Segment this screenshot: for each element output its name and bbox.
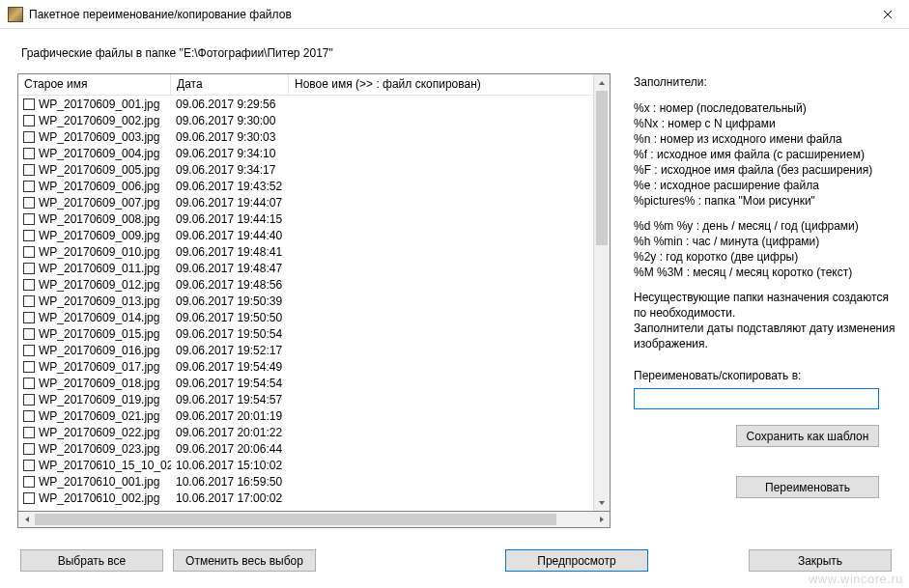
row-checkbox[interactable]	[23, 197, 35, 209]
row-checkbox[interactable]	[23, 361, 35, 373]
row-checkbox[interactable]	[23, 181, 35, 192]
row-checkbox[interactable]	[23, 394, 35, 406]
cell-old-name: WP_20170609_006.jpg	[18, 180, 171, 193]
scroll-up-icon[interactable]	[594, 74, 610, 91]
table-row[interactable]: WP_20170609_002.jpg09.06.2017 9:30:00	[18, 112, 593, 128]
row-checkbox[interactable]	[23, 427, 35, 438]
row-checkbox[interactable]	[23, 115, 35, 126]
table-row[interactable]: WP_20170610_002.jpg10.06.2017 17:00:02	[18, 490, 593, 506]
row-checkbox[interactable]	[23, 312, 35, 323]
scroll-down-icon[interactable]	[594, 494, 610, 511]
cell-date: 10.06.2017 16:59:50	[171, 475, 289, 489]
cell-old-name: WP_20170610_001.jpg	[18, 475, 171, 489]
row-checkbox[interactable]	[23, 378, 35, 389]
table-row[interactable]: WP_20170609_016.jpg09.06.2017 19:52:17	[18, 342, 593, 358]
scroll-left-icon[interactable]	[18, 512, 35, 527]
cell-old-name: WP_20170609_021.jpg	[18, 409, 171, 423]
rename-input[interactable]	[634, 388, 879, 409]
row-checkbox[interactable]	[23, 492, 35, 504]
row-checkbox[interactable]	[23, 246, 35, 258]
row-checkbox[interactable]	[23, 98, 35, 110]
filename-label: WP_20170609_007.jpg	[39, 196, 159, 210]
cell-old-name: WP_20170609_009.jpg	[18, 229, 171, 242]
cell-old-name: WP_20170609_016.jpg	[18, 344, 171, 357]
rename-label: Переименовать/скопировать в:	[634, 369, 883, 382]
select-all-button[interactable]: Выбрать все	[20, 549, 163, 572]
table-row[interactable]: WP_20170609_013.jpg09.06.2017 19:50:39	[18, 293, 593, 309]
row-checkbox[interactable]	[23, 345, 35, 356]
table-row[interactable]: WP_20170609_006.jpg09.06.2017 19:43:52	[18, 178, 593, 194]
cell-date: 09.06.2017 19:52:17	[171, 344, 289, 357]
watermark: www.wincore.ru	[809, 572, 903, 586]
table-row[interactable]: WP_20170609_001.jpg09.06.2017 9:29:56	[18, 96, 593, 112]
table-row[interactable]: WP_20170609_004.jpg09.06.2017 9:34:10	[18, 145, 593, 161]
row-checkbox[interactable]	[23, 148, 35, 159]
table-row[interactable]: WP_20170609_003.jpg09.06.2017 9:30:03	[18, 128, 593, 145]
table-row[interactable]: WP_20170609_015.jpg09.06.2017 19:50:54	[18, 325, 593, 342]
row-checkbox[interactable]	[23, 443, 35, 455]
cell-old-name: WP_20170609_011.jpg	[18, 262, 171, 275]
row-checkbox[interactable]	[23, 460, 35, 471]
table-row[interactable]: WP_20170609_017.jpg09.06.2017 19:54:49	[18, 358, 593, 375]
filename-label: WP_20170609_001.jpg	[39, 98, 159, 111]
cell-old-name: WP_20170610_002.jpg	[18, 491, 171, 505]
cell-date: 09.06.2017 19:48:47	[171, 262, 289, 275]
table-row[interactable]: WP_20170609_019.jpg09.06.2017 19:54:57	[18, 391, 593, 407]
cell-old-name: WP_20170609_012.jpg	[18, 278, 171, 292]
row-checkbox[interactable]	[23, 328, 35, 340]
cell-date: 09.06.2017 19:44:15	[171, 212, 289, 226]
table-row[interactable]: WP_20170609_022.jpg09.06.2017 20:01:22	[18, 424, 593, 440]
deselect-all-button[interactable]: Отменить весь выбор	[173, 549, 316, 572]
folder-path-label: Графические файлы в папке "E:\Фотографии…	[21, 46, 892, 60]
row-checkbox[interactable]	[23, 295, 35, 307]
cell-old-name: WP_20170609_014.jpg	[18, 311, 171, 324]
cell-date: 09.06.2017 20:06:44	[171, 442, 289, 456]
cell-date: 09.06.2017 19:43:52	[171, 180, 289, 193]
horizontal-scrollbar[interactable]	[17, 512, 611, 528]
filename-label: WP_20170609_010.jpg	[39, 245, 159, 259]
table-row[interactable]: WP_20170609_007.jpg09.06.2017 19:44:07	[18, 194, 593, 210]
table-row[interactable]: WP_20170609_009.jpg09.06.2017 19:44:40	[18, 227, 593, 243]
close-button[interactable]: Закрыть	[749, 549, 892, 572]
table-row[interactable]: WP_20170609_010.jpg09.06.2017 19:48:41	[18, 243, 593, 260]
table-row[interactable]: WP_20170610_15_10_02...10.06.2017 15:10:…	[18, 457, 593, 473]
column-new-name[interactable]: Новое имя (>> : файл скопирован)	[289, 74, 593, 95]
preview-button[interactable]: Предпросмотр	[505, 549, 648, 572]
row-checkbox[interactable]	[23, 213, 35, 225]
cell-date: 09.06.2017 20:01:19	[171, 409, 289, 423]
placeholder-line: %pictures% : папка "Мои рисунки"	[634, 193, 883, 209]
filename-label: WP_20170610_001.jpg	[39, 475, 159, 489]
hscroll-thumb[interactable]	[35, 514, 556, 525]
row-checkbox[interactable]	[23, 279, 35, 291]
vertical-scrollbar[interactable]	[593, 74, 610, 511]
scroll-right-icon[interactable]	[593, 512, 610, 527]
table-row[interactable]: WP_20170609_005.jpg09.06.2017 9:34:17	[18, 161, 593, 178]
filename-label: WP_20170609_005.jpg	[39, 163, 159, 177]
rename-button[interactable]: Переименовать	[736, 476, 879, 498]
table-row[interactable]: WP_20170609_018.jpg09.06.2017 19:54:54	[18, 375, 593, 391]
placeholder-line: %d %m %y : день / месяц / год (цифрами)	[634, 218, 883, 234]
cell-date: 09.06.2017 19:54:57	[171, 393, 289, 406]
row-checkbox[interactable]	[23, 410, 35, 422]
table-row[interactable]: WP_20170610_001.jpg10.06.2017 16:59:50	[18, 473, 593, 490]
table-row[interactable]: WP_20170609_023.jpg09.06.2017 20:06:44	[18, 440, 593, 457]
filename-label: WP_20170609_014.jpg	[39, 311, 159, 324]
cell-date: 09.06.2017 9:29:56	[171, 98, 289, 111]
placeholder-line: %x : номер (последовательный)	[634, 100, 883, 116]
cell-old-name: WP_20170609_004.jpg	[18, 147, 171, 160]
table-row[interactable]: WP_20170609_012.jpg09.06.2017 19:48:56	[18, 276, 593, 293]
row-checkbox[interactable]	[23, 230, 35, 241]
row-checkbox[interactable]	[23, 164, 35, 176]
save-template-button[interactable]: Сохранить как шаблон	[736, 425, 879, 447]
close-icon[interactable]	[866, 0, 909, 28]
scroll-thumb[interactable]	[596, 91, 608, 245]
table-row[interactable]: WP_20170609_014.jpg09.06.2017 19:50:50	[18, 309, 593, 325]
row-checkbox[interactable]	[23, 131, 35, 143]
table-row[interactable]: WP_20170609_011.jpg09.06.2017 19:48:47	[18, 260, 593, 276]
table-row[interactable]: WP_20170609_021.jpg09.06.2017 20:01:19	[18, 407, 593, 424]
row-checkbox[interactable]	[23, 263, 35, 274]
column-date[interactable]: Дата	[171, 74, 289, 95]
column-old-name[interactable]: Старое имя	[18, 74, 171, 95]
table-row[interactable]: WP_20170609_008.jpg09.06.2017 19:44:15	[18, 210, 593, 227]
row-checkbox[interactable]	[23, 476, 35, 488]
